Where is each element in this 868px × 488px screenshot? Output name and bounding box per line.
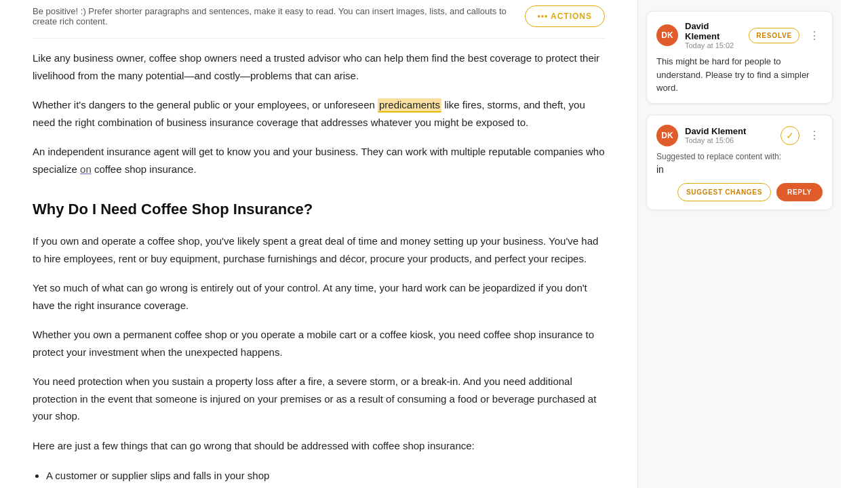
and-costly-text: and costly xyxy=(194,70,240,81)
comment-text-1: This might be hard for people to underst… xyxy=(656,55,823,95)
comment-meta-2: David Klement Today at 15:06 xyxy=(685,126,774,144)
paragraph-6: Whether you own a permanent coffee shop … xyxy=(33,326,605,361)
avatar-2: DK xyxy=(656,125,678,146)
avatar-1: DK xyxy=(656,24,678,46)
comment-header-2: DK David Klement Today at 15:06 ✓ ⋮ xyxy=(656,125,823,146)
resolve-button-1[interactable]: RESOLVE xyxy=(749,28,800,43)
comment-card-2: DK David Klement Today at 15:06 ✓ ⋮ Sugg… xyxy=(646,115,833,210)
paragraph-5: Yet so much of what can go wrong is enti… xyxy=(33,279,605,314)
paragraph-8: Here are just a few things that can go w… xyxy=(33,437,605,455)
paragraph-4: If you own and operate a coffee shop, yo… xyxy=(33,232,605,267)
paragraph-7: You need protection when you sustain a p… xyxy=(33,373,605,425)
comment-time-1: Today at 15:02 xyxy=(685,41,742,49)
section-heading: Why Do I Need Coffee Shop Insurance? xyxy=(33,197,605,222)
main-content: Be positive! :) Prefer shorter paragraph… xyxy=(0,0,637,488)
comment-meta-1: David Klement Today at 15:02 xyxy=(685,21,742,49)
paragraph-2: Whether it's dangers to the general publ… xyxy=(33,96,605,131)
content-body: Like any business owner, coffee shop own… xyxy=(33,49,605,488)
paragraph-1: Like any business owner, coffee shop own… xyxy=(33,49,605,84)
check-button-2[interactable]: ✓ xyxy=(781,126,800,145)
list-item: A customer or supplier slips and falls i… xyxy=(46,466,605,486)
underlined-word-on: on xyxy=(80,163,92,175)
bullet-list: A customer or supplier slips and falls i… xyxy=(46,466,605,488)
actions-button[interactable]: ••• ACTIONS xyxy=(525,5,606,27)
comment-actions-2: SUGGEST CHANGES REPLY xyxy=(656,183,823,201)
comment-time-2: Today at 15:06 xyxy=(685,136,774,144)
paragraph-3: An independent insurance agent will get … xyxy=(33,143,605,178)
comment-author-2: David Klement xyxy=(685,126,774,136)
suggested-value: in xyxy=(656,164,823,175)
top-hint: Be positive! :) Prefer shorter paragraph… xyxy=(33,6,525,26)
reply-button[interactable]: REPLY xyxy=(776,183,823,201)
comment-card-1: DK David Klement Today at 15:02 RESOLVE … xyxy=(646,11,833,104)
highlighted-word-predicaments: predicaments xyxy=(378,98,441,113)
top-bar: Be positive! :) Prefer shorter paragraph… xyxy=(33,0,605,39)
more-options-button-1[interactable]: ⋮ xyxy=(806,27,823,43)
comments-sidebar: DK David Klement Today at 15:02 RESOLVE … xyxy=(637,0,841,488)
comment-author-1: David Klement xyxy=(685,21,742,41)
suggest-changes-button[interactable]: SUGGEST CHANGES xyxy=(677,183,771,201)
more-options-button-2[interactable]: ⋮ xyxy=(806,127,823,144)
suggested-label: Suggested to replace content with: xyxy=(656,152,823,161)
comment-header-1: DK David Klement Today at 15:02 RESOLVE … xyxy=(656,21,823,49)
